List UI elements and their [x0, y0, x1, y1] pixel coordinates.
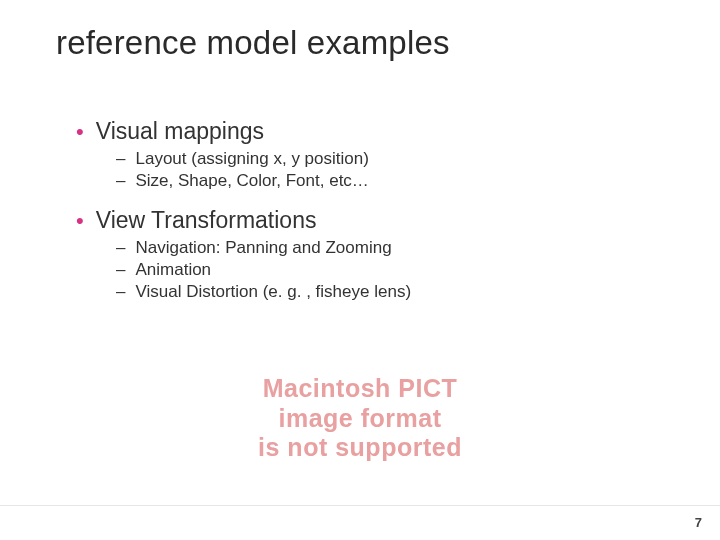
bullet-dash-icon: – — [116, 260, 125, 280]
bullet-level1: • Visual mappings — [76, 118, 636, 145]
bullet-level2: – Visual Distortion (e. g. , fisheye len… — [116, 282, 636, 302]
bullet-sub-label: Size, Shape, Color, Font, etc… — [135, 171, 368, 191]
page-number: 7 — [695, 515, 702, 530]
bullet-level2: – Animation — [116, 260, 636, 280]
bullet-label: View Transformations — [96, 207, 317, 234]
bullet-dash-icon: – — [116, 149, 125, 169]
bullet-dash-icon: – — [116, 282, 125, 302]
bullet-level2: – Navigation: Panning and Zooming — [116, 238, 636, 258]
watermark-line: Macintosh PICT — [0, 374, 720, 404]
bullet-sub-label: Visual Distortion (e. g. , fisheye lens) — [135, 282, 411, 302]
bullet-sub-label: Layout (assigning x, y position) — [135, 149, 368, 169]
slide-content: • Visual mappings – Layout (assigning x,… — [76, 112, 636, 304]
watermark-line: is not supported — [0, 433, 720, 463]
bullet-dot-icon: • — [76, 121, 84, 143]
slide-title: reference model examples — [56, 24, 450, 62]
bullet-dot-icon: • — [76, 210, 84, 232]
bullet-level2: – Layout (assigning x, y position) — [116, 149, 636, 169]
bullet-level1: • View Transformations — [76, 207, 636, 234]
slide: reference model examples • Visual mappin… — [0, 0, 720, 540]
watermark-line: image format — [0, 404, 720, 434]
footer-divider — [0, 505, 720, 506]
bullet-dash-icon: – — [116, 171, 125, 191]
bullet-label: Visual mappings — [96, 118, 264, 145]
pict-not-supported-watermark: Macintosh PICT image format is not suppo… — [0, 374, 720, 463]
bullet-sub-label: Navigation: Panning and Zooming — [135, 238, 391, 258]
bullet-dash-icon: – — [116, 238, 125, 258]
bullet-level2: – Size, Shape, Color, Font, etc… — [116, 171, 636, 191]
bullet-sub-label: Animation — [135, 260, 211, 280]
spacer — [76, 193, 636, 201]
